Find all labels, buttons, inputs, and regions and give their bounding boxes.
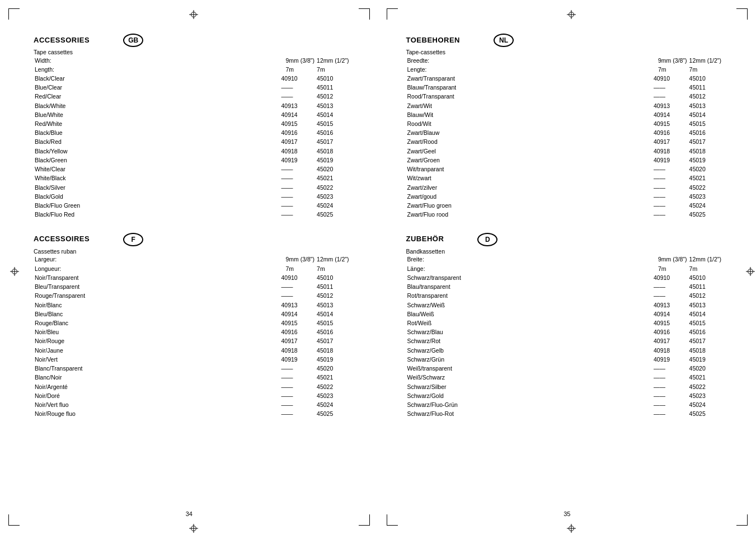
table-cell: 9mm (3/8") bbox=[280, 56, 316, 65]
table-row: Largeur: 9mm (3/8") 12mm (1/2") bbox=[34, 255, 350, 264]
table-row: Blanc/Noir——45021 bbox=[34, 373, 350, 382]
table-cell: Schwarz/Gold bbox=[406, 391, 653, 400]
table-cell: 9mm (3/8") bbox=[652, 56, 688, 65]
table-cell: —— bbox=[652, 192, 688, 201]
table-cell: 45024 bbox=[316, 202, 350, 210]
table-row: Rood/Wit4091545015 bbox=[406, 120, 723, 129]
toebehoren-nl-title: TOEBEHOREN bbox=[406, 36, 461, 44]
table-cell: —— bbox=[652, 92, 688, 101]
table-cell: 45011 bbox=[688, 83, 722, 92]
table-cell: 45012 bbox=[688, 92, 722, 101]
table-cell: 40913 bbox=[280, 101, 316, 110]
table-cell: 45024 bbox=[688, 202, 722, 210]
table-row: Noir/Rouge4091745017 bbox=[34, 337, 350, 346]
table-row: Blau/transparent——45011 bbox=[406, 283, 723, 292]
table-row: Rot/transparent——45012 bbox=[406, 292, 723, 301]
table-row: Blanc/Transparent——45020 bbox=[34, 364, 350, 373]
accessoires-f-badge: F bbox=[123, 233, 143, 246]
table-cell: —— bbox=[652, 165, 688, 174]
table-cell: —— bbox=[652, 202, 688, 210]
table-cell: —— bbox=[652, 391, 688, 400]
table-cell: 45021 bbox=[316, 373, 350, 382]
table-cell: Blauw/Transparant bbox=[406, 83, 653, 92]
table-cell: 45013 bbox=[316, 101, 350, 110]
table-cell: 40914 bbox=[280, 310, 316, 318]
table-row: Rot/Weiß4091545015 bbox=[406, 318, 723, 327]
section-toebehoren-nl: TOEBEHOREN NL Tape-cassettes Breedte: 9m… bbox=[406, 34, 723, 219]
table-cell: Black/Clear bbox=[34, 74, 280, 83]
table-cell: Zwart/goud bbox=[406, 192, 653, 201]
table-cell: 45012 bbox=[316, 292, 350, 301]
table-cell: —— bbox=[280, 202, 316, 210]
table-cell: 40917 bbox=[652, 337, 688, 346]
table-cell: Zwart/Blauw bbox=[406, 129, 653, 138]
table-cell: Black/Fluo Green bbox=[34, 202, 280, 210]
toebehoren-nl-table: Breedte: 9mm (3/8") 12mm (1/2") Lengte: … bbox=[406, 56, 723, 219]
table-cell: Black/Blue bbox=[34, 129, 280, 138]
table-cell: 45019 bbox=[316, 156, 350, 165]
table-cell: Wit/tranparant bbox=[406, 165, 653, 174]
table-cell: —— bbox=[652, 183, 688, 192]
table-cell: 45015 bbox=[316, 318, 350, 327]
table-row: Bleu/Transparent——45011 bbox=[34, 283, 350, 292]
table-cell: Rood/Transparant bbox=[406, 92, 653, 101]
table-cell: Blue/Clear bbox=[34, 83, 280, 92]
corner-mark-tl-r bbox=[387, 8, 398, 20]
toebehoren-nl-badge: NL bbox=[494, 34, 514, 47]
table-cell: 45016 bbox=[688, 328, 722, 337]
table-cell: 45017 bbox=[688, 337, 722, 346]
table-row: Noir/Transparent4091045010 bbox=[34, 273, 350, 282]
table-cell: Rot/transparent bbox=[406, 292, 653, 301]
table-row: Blau/Weiß4091445014 bbox=[406, 310, 723, 318]
table-cell: 45021 bbox=[688, 373, 722, 382]
table-cell: 45025 bbox=[316, 410, 350, 419]
table-row: Black/Clear4091045010 bbox=[34, 74, 350, 83]
table-cell: —— bbox=[652, 364, 688, 373]
section-accessories-gb: ACCESSORIES GB Tape cassettes Width: 9mm… bbox=[34, 34, 350, 219]
table-cell: 7m bbox=[280, 65, 316, 74]
table-row: Noir/Rouge fluo——45025 bbox=[34, 410, 350, 419]
table-cell: 40916 bbox=[280, 328, 316, 337]
table-row: Blue/Clear——45011 bbox=[34, 83, 350, 92]
table-row: Breedte: 9mm (3/8") 12mm (1/2") bbox=[406, 56, 723, 65]
table-cell: Zwart/Geel bbox=[406, 147, 653, 156]
table-cell: 40917 bbox=[280, 138, 316, 147]
table-cell: Black/Fluo Red bbox=[34, 210, 280, 219]
table-row: Weiß/transparent——45020 bbox=[406, 364, 723, 373]
table-cell: —— bbox=[280, 382, 316, 391]
table-row: Zwart/Fluo groen——45024 bbox=[406, 202, 723, 210]
table-cell: 45010 bbox=[316, 74, 350, 83]
table-cell: —— bbox=[652, 382, 688, 391]
table-cell: —— bbox=[280, 92, 316, 101]
accessoires-f-subtitle: Cassettes ruban bbox=[34, 248, 350, 255]
table-cell: 45025 bbox=[688, 410, 722, 419]
table-cell: Schwarz/Rot bbox=[406, 337, 653, 346]
table-row: Schwarz/Weiß4091345013 bbox=[406, 301, 723, 310]
table-cell: —— bbox=[280, 174, 316, 183]
table-cell: Width: bbox=[34, 56, 280, 65]
table-cell: 45015 bbox=[688, 318, 722, 327]
table-cell: 45014 bbox=[688, 110, 722, 119]
corner-mark-br-r bbox=[736, 514, 748, 526]
table-row: White/Black——45021 bbox=[34, 174, 350, 183]
table-row: Zwart/Wit4091345013 bbox=[406, 101, 723, 110]
table-cell: 40916 bbox=[652, 129, 688, 138]
table-row: Black/Fluo Green——45024 bbox=[34, 202, 350, 210]
table-cell: —— bbox=[280, 400, 316, 409]
table-cell: Blanc/Noir bbox=[34, 373, 280, 382]
table-cell: 7m bbox=[280, 264, 316, 273]
table-cell: Noir/Bleu bbox=[34, 328, 280, 337]
table-cell: 7m bbox=[652, 264, 688, 273]
table-cell: 45011 bbox=[316, 83, 350, 92]
table-cell: 40918 bbox=[652, 147, 688, 156]
table-cell: Zwart/Groen bbox=[406, 156, 653, 165]
table-cell: —— bbox=[280, 83, 316, 92]
table-cell: Länge: bbox=[406, 264, 653, 273]
toebehoren-nl-subtitle: Tape-cassettes bbox=[406, 49, 723, 55]
table-cell: 45018 bbox=[688, 147, 722, 156]
table-cell: 45014 bbox=[316, 110, 350, 119]
table-cell: 40919 bbox=[652, 156, 688, 165]
table-cell: Wit/zwart bbox=[406, 174, 653, 183]
table-cell: 40914 bbox=[652, 110, 688, 119]
table-cell: Breedte: bbox=[406, 56, 653, 65]
